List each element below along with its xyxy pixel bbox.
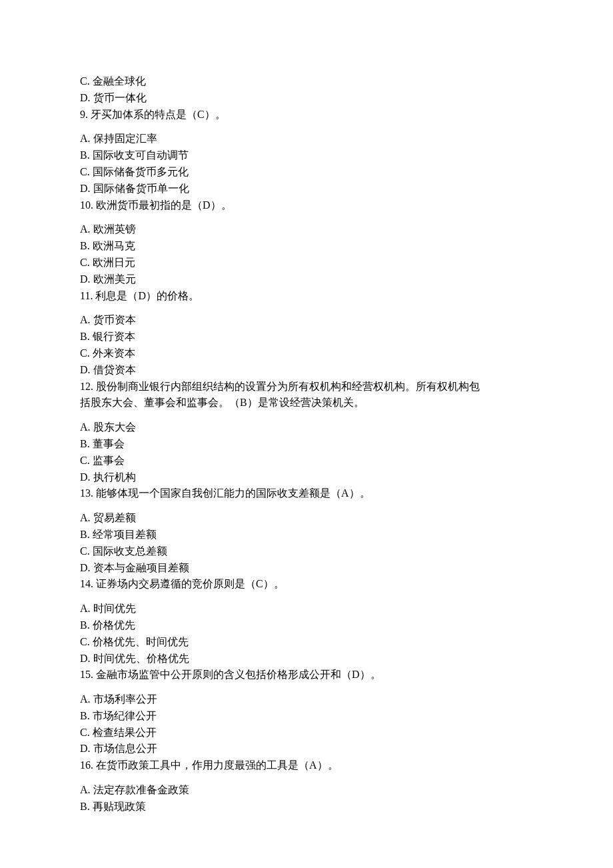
q16-option-a: A. 法定存款准备金政策 [80,782,533,799]
q16-stem: 16. 在货币政策工具中，作用力度最强的工具是（A）。 [80,757,533,774]
q10-option-b: B. 欧洲马克 [80,238,533,255]
q13-option-c: C. 国际收支总差额 [80,543,533,560]
q15-stem: 15. 金融市场监管中公开原则的含义包括价格形成公开和（D）。 [80,667,533,683]
q12-option-c: C. 监事会 [80,453,533,469]
q9-option-d: D. 国际储备货币单一化 [80,181,533,197]
q12-stem-line1: 12. 股份制商业银行内部组织结构的设置分为所有权机构和经营权机构。所有权机构包 [80,379,533,395]
gap [80,593,533,601]
q14-option-b: B. 价格优先 [80,617,533,634]
prev-option-d: D. 货币一体化 [80,90,533,107]
q11-option-b: B. 银行资本 [80,329,533,345]
q9-stem: 9. 牙买加体系的特点是（C）。 [80,107,533,123]
q12-option-a: A. 股东大会 [80,419,533,436]
q14-stem: 14. 证券场内交易遵循的竞价原则是（C）。 [80,576,533,593]
q12-option-b: B. 董事会 [80,436,533,453]
q11-option-d: D. 借贷资本 [80,362,533,379]
document-page: C. 金融全球化 D. 货币一体化 9. 牙买加体系的特点是（C）。 A. 保持… [0,0,613,868]
q14-option-d: D. 时间优先、价格优先 [80,651,533,667]
q16-option-b: B. 再贴现政策 [80,799,533,815]
gap [80,502,533,510]
prev-option-c: C. 金融全球化 [80,73,533,90]
gap [80,123,533,131]
q14-option-c: C. 价格优先、时间优先 [80,634,533,651]
q10-stem: 10. 欧洲货币最初指的是（D）。 [80,197,533,214]
q15-option-c: C. 检查结果公开 [80,725,533,741]
gap [80,411,533,419]
q13-option-a: A. 贸易差额 [80,510,533,527]
q10-option-a: A. 欧洲英镑 [80,221,533,238]
q12-option-d: D. 执行机构 [80,469,533,486]
q13-option-d: D. 资本与金融项目差额 [80,560,533,577]
q9-option-c: C. 国际储备货币多元化 [80,164,533,181]
gap [80,774,533,782]
q14-option-a: A. 时间优先 [80,601,533,617]
gap [80,213,533,221]
q9-option-a: A. 保持固定汇率 [80,131,533,147]
q15-option-b: B. 市场纪律公开 [80,708,533,725]
q10-option-c: C. 欧洲日元 [80,255,533,271]
gap [80,683,533,691]
q9-option-b: B. 国际收支可自动调节 [80,147,533,164]
q11-option-c: C. 外来资本 [80,345,533,362]
q15-option-a: A. 市场利率公开 [80,691,533,708]
q13-option-b: B. 经常项目差额 [80,527,533,543]
q12-stem-line2: 括股东大会、董事会和监事会。（B）是常设经营决策机关。 [80,395,533,411]
q11-option-a: A. 货币资本 [80,312,533,329]
q15-option-d: D. 市场信息公开 [80,741,533,757]
gap [80,304,533,312]
q11-stem: 11. 利息是（D）的价格。 [80,288,533,305]
q13-stem: 13. 能够体现一个国家自我创汇能力的国际收支差额是（A）。 [80,485,533,502]
q10-option-d: D. 欧洲美元 [80,271,533,288]
